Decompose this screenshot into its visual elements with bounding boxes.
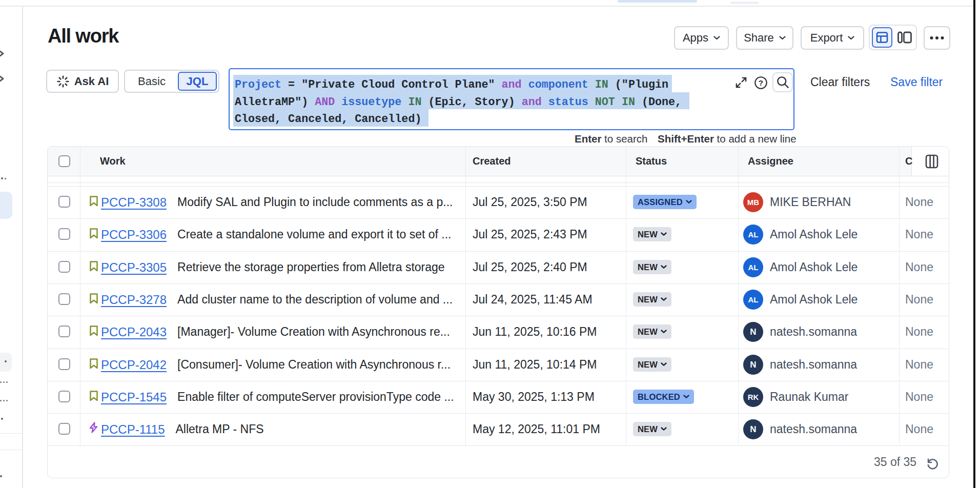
svg-text:?: ? [759,78,763,87]
